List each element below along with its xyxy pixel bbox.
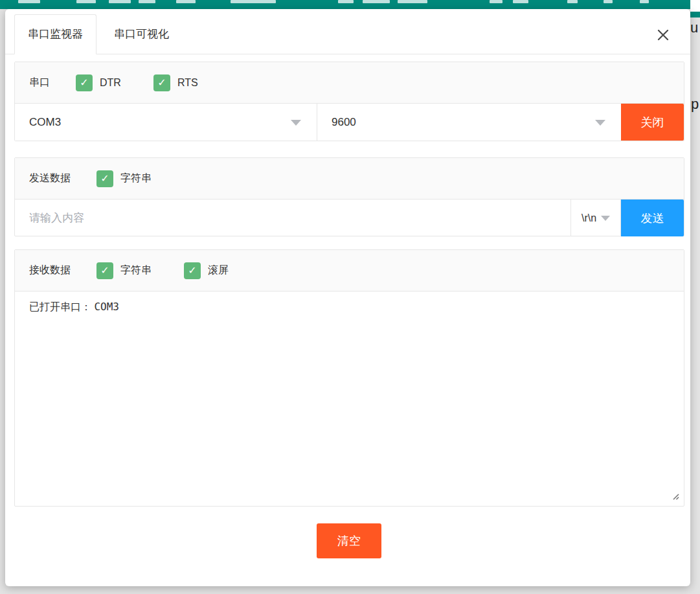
send-button[interactable]: 发送: [621, 200, 684, 236]
receive-output-prefix: 已打开串口：: [29, 301, 91, 312]
receive-data-panel: 接收数据 ✓ 字符串 ✓ 滚屏 已打开串口： COM3: [14, 249, 684, 507]
check-icon: ✓: [188, 265, 196, 276]
resize-handle-icon[interactable]: [671, 491, 679, 503]
line-ending-select[interactable]: \r\n: [570, 200, 621, 236]
receive-output-value: COM3: [94, 301, 119, 313]
send-data-panel-body: \r\n 发送: [15, 200, 684, 236]
serial-port-panel-body: COM3 9600 关闭: [15, 104, 684, 141]
check-icon: ✓: [157, 77, 166, 88]
dtr-checkbox-group: ✓ DTR: [76, 74, 121, 91]
toolbar-text-fragment: [231, 0, 276, 3]
check-icon: ✓: [100, 265, 109, 276]
page-background-strip: [690, 0, 700, 594]
toolbar-text-fragment: [139, 0, 155, 3]
send-string-checkbox-label: 字符串: [120, 172, 152, 185]
baud-select[interactable]: 9600: [317, 104, 621, 141]
rts-checkbox-label: RTS: [177, 77, 198, 89]
chevron-down-icon: [291, 120, 301, 126]
toolbar-text-fragment: [513, 0, 528, 3]
toolbar-text-fragment: [604, 0, 613, 3]
autoscroll-checkbox[interactable]: ✓: [184, 262, 201, 279]
background-white-patch: [690, 0, 700, 12]
clear-button[interactable]: 清空: [317, 523, 381, 558]
dtr-checkbox[interactable]: ✓: [76, 74, 93, 91]
send-input-cell: [15, 200, 570, 236]
dtr-checkbox-label: DTR: [100, 77, 121, 89]
toolbar-text-fragment: [567, 0, 578, 3]
background-text-fragment: p: [691, 96, 699, 113]
baud-select-value: 9600: [332, 116, 356, 129]
toolbar-text-fragment: [398, 0, 427, 3]
serial-port-panel: 串口 ✓ DTR ✓ RTS COM3 9600: [14, 62, 684, 141]
port-select[interactable]: COM3: [15, 104, 317, 141]
close-port-button[interactable]: 关闭: [621, 104, 684, 141]
send-data-panel-header: 发送数据 ✓ 字符串: [15, 158, 684, 200]
chevron-down-icon: [595, 120, 605, 126]
send-string-checkbox-group: ✓ 字符串: [96, 170, 152, 187]
toolbar-text-fragment: [338, 0, 354, 3]
chevron-down-icon: [601, 216, 610, 221]
rts-checkbox-group: ✓ RTS: [153, 74, 198, 91]
send-data-title: 发送数据: [29, 172, 71, 185]
close-icon[interactable]: [655, 27, 671, 43]
toolbar-text-fragment: [76, 0, 96, 3]
tabbar-divider: [5, 54, 690, 54]
serial-port-panel-header: 串口 ✓ DTR ✓ RTS: [15, 62, 684, 104]
receive-data-panel-header: 接收数据 ✓ 字符串 ✓ 滚屏: [15, 250, 684, 291]
tab-serial-monitor[interactable]: 串口监视器: [14, 14, 96, 54]
receive-string-checkbox-label: 字符串: [120, 264, 152, 277]
serial-monitor-dialog: 串口监视器 串口可视化 串口 ✓ DTR ✓ RTS COM3: [5, 9, 690, 586]
background-text-fragment: u: [690, 19, 698, 36]
send-data-panel: 发送数据 ✓ 字符串 \r\n 发送: [14, 157, 684, 236]
toolbar-text-fragment: [640, 0, 649, 3]
receive-output-textarea[interactable]: 已打开串口： COM3: [15, 291, 684, 506]
autoscroll-checkbox-group: ✓ 滚屏: [184, 262, 229, 279]
check-icon: ✓: [100, 173, 109, 184]
background-toolbar-edge: [690, 12, 700, 17]
receive-string-checkbox[interactable]: ✓: [96, 262, 113, 279]
toolbar-text-fragment: [490, 0, 502, 3]
line-ending-value: \r\n: [581, 212, 596, 224]
toolbar-text-fragment: [176, 0, 196, 3]
rts-checkbox[interactable]: ✓: [153, 74, 170, 91]
serial-port-title: 串口: [29, 76, 50, 89]
receive-string-checkbox-group: ✓ 字符串: [96, 262, 152, 279]
receive-data-title: 接收数据: [29, 264, 71, 277]
toolbar-text-fragment: [18, 0, 40, 3]
toolbar-text-fragment: [363, 0, 390, 3]
app-toolbar-background: [0, 0, 690, 9]
port-select-value: COM3: [29, 116, 61, 129]
check-icon: ✓: [80, 77, 88, 88]
send-input[interactable]: [15, 200, 570, 236]
send-string-checkbox[interactable]: ✓: [96, 170, 113, 187]
tab-serial-visualization[interactable]: 串口可视化: [109, 14, 174, 54]
toolbar-text-fragment: [109, 0, 131, 3]
autoscroll-checkbox-label: 滚屏: [208, 264, 229, 277]
